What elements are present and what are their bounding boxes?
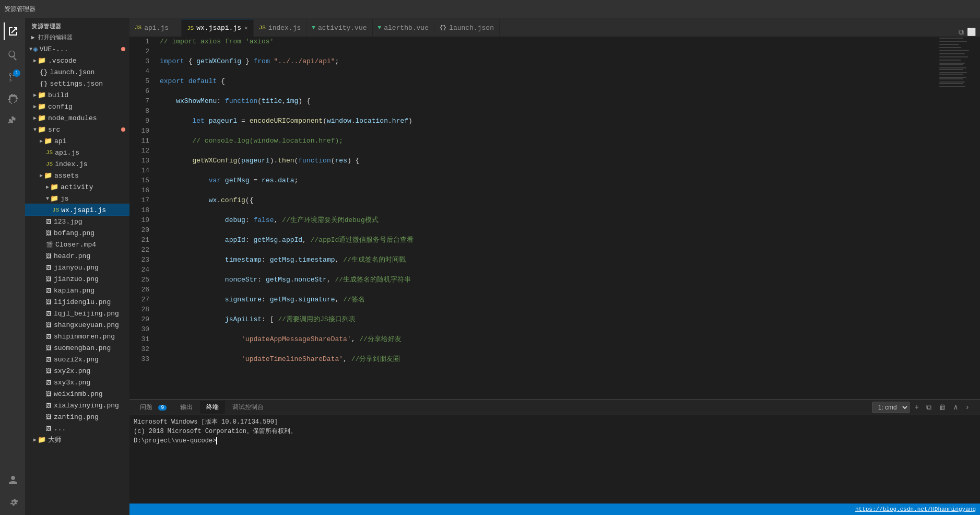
panel-tab-output[interactable]: 输出 — [174, 401, 199, 414]
files-activity-icon[interactable] — [4, 22, 21, 40]
tab-label-api-js: api.js — [144, 24, 169, 32]
sidebar-item-lqjl[interactable]: 🖼 lqjl_beijing.png — [25, 308, 129, 319]
tab-close-wx-jsapi[interactable]: ✕ — [244, 25, 248, 31]
sidebar-item-settings-json[interactable]: {} settings.json — [25, 78, 129, 89]
code-line-22 — [160, 245, 938, 255]
app-container: 资源管理器 1 — [0, 0, 980, 515]
activity-label: activity — [61, 183, 93, 191]
panel-tab-debug-console[interactable]: 调试控制台 — [226, 401, 270, 414]
sidebar-item-index-js[interactable]: JS index.js — [25, 158, 129, 170]
line-num-24: 24 — [129, 265, 149, 275]
sidebar-item-sxy2x[interactable]: 🖼 sxy2x.png — [25, 365, 129, 377]
minimap-line-27 — [939, 78, 963, 79]
sidebar-item-headr[interactable]: 🖼 headr.png — [25, 250, 129, 262]
sidebar-item-api-js[interactable]: JS api.js — [25, 147, 129, 158]
search-activity-icon[interactable] — [4, 46, 21, 64]
sidebar-item-sxy3x[interactable]: 🖼 sxy3x.png — [25, 377, 129, 388]
trash-terminal-icon[interactable]: 🗑 — [937, 402, 948, 413]
minimap-content — [938, 37, 980, 90]
chevron-up-icon[interactable]: ∧ — [951, 402, 960, 413]
line-num-11: 11 — [129, 136, 149, 146]
suozi2x-label: suozi2x.png — [54, 356, 99, 364]
sidebar-item-assets[interactable]: ▶ 📁 assets — [25, 170, 129, 181]
code-line-16 — [160, 185, 938, 195]
sidebar-item-api-folder[interactable]: ▶ 📁 api — [25, 135, 129, 147]
sidebar-item-weixinmb[interactable]: 🖼 weixinmb.png — [25, 388, 129, 400]
code-line-30 — [160, 324, 938, 334]
folder-icon-activity: 📁 — [50, 183, 58, 191]
minimap-line-29 — [939, 81, 965, 83]
img-icon-123: 🖼 — [46, 218, 52, 225]
sidebar-item-more-files[interactable]: 🖼 ... — [25, 423, 129, 434]
sidebar-item-build[interactable]: ▶ 📁 build — [25, 89, 129, 101]
add-terminal-icon[interactable]: + — [913, 402, 921, 413]
settings-json-label: settings.json — [50, 80, 103, 88]
split-terminal-icon[interactable]: ⧉ — [924, 402, 934, 413]
tab-api-js[interactable]: JS api.js — [129, 19, 182, 37]
folder-icon-config: 📁 — [38, 102, 46, 111]
sidebar-item-kapian[interactable]: 🖼 kapian.png — [25, 285, 129, 296]
debug-console-label: 调试控制台 — [232, 404, 264, 411]
sidebar-item-dashu[interactable]: ▶ 📁 大师 — [25, 434, 129, 446]
extensions-activity-icon[interactable] — [4, 112, 21, 130]
closer-label: Closer.mp4 — [55, 241, 96, 249]
account-activity-icon[interactable] — [4, 471, 21, 489]
terminal-dropdown[interactable]: 1: cmd — [872, 402, 910, 413]
xialayinying-label: xialayinying.png — [54, 402, 119, 409]
chevron-right-icon[interactable]: › — [963, 402, 972, 413]
sidebar-item-xialayinying[interactable]: 🖼 xialayinying.png — [25, 400, 129, 411]
debug-activity-icon[interactable] — [4, 90, 21, 108]
sidebar-item-bofang[interactable]: 🖼 bofang.png — [25, 227, 129, 239]
panel-tab-terminal[interactable]: 终端 — [200, 401, 225, 414]
img-icon-kapian: 🖼 — [46, 287, 52, 294]
json-icon-settings: {} — [40, 80, 48, 88]
sidebar-item-jianzuo[interactable]: 🖼 jianzuo.png — [25, 273, 129, 285]
sidebar-item-config[interactable]: ▶ 📁 config — [25, 101, 129, 112]
sidebar-item-vscode[interactable]: ▶ 📁 .vscode — [25, 55, 129, 66]
tab-wx-jsapi[interactable]: JS wx.jsapi.js ✕ — [182, 19, 254, 37]
settings-activity-icon[interactable] — [4, 493, 21, 511]
sidebar-item-jianyou[interactable]: 🖼 jianyou.png — [25, 262, 129, 273]
sidebar-item-suomengban[interactable]: 🖼 suomengban.png — [25, 342, 129, 354]
sidebar-item-wx-jsapi[interactable]: JS wx.jsapi.js — [25, 204, 129, 216]
img-icon-suozi2x: 🖼 — [46, 356, 52, 363]
sidebar-item-src[interactable]: ▼ 📁 src — [25, 124, 129, 135]
tab-icon-activity-vue: ▼ — [312, 25, 315, 31]
line-num-20: 20 — [129, 225, 149, 235]
open-editors-section[interactable]: ▶ 打开的编辑器 — [25, 32, 129, 43]
sidebar-item-suozi2x[interactable]: 🖼 suozi2x.png — [25, 354, 129, 365]
tab-index-js[interactable]: JS index.js — [254, 19, 307, 37]
split-editor-icon[interactable]: ⧉ — [959, 28, 964, 37]
code-line-12 — [160, 146, 938, 156]
code-line-25: nonceStr: getMsg.nonceStr, //生成签名的随机字符串 — [160, 275, 938, 285]
sidebar-item-shangxueyuan[interactable]: 🖼 shangxueyuan.png — [25, 319, 129, 331]
code-line-29: jsApiList: [ //需要调用的JS接口列表 — [160, 314, 938, 324]
tab-launch-json[interactable]: {} launch.json — [434, 19, 500, 37]
tab-alerthb-vue[interactable]: ▼ alerthb.vue — [373, 19, 434, 37]
sidebar-item-js-folder[interactable]: ▼ 📁 js — [25, 193, 129, 204]
sidebar-item-lijidenglu[interactable]: 🖼 lijidenglu.png — [25, 296, 129, 308]
tab-activity-vue[interactable]: ▼ activity.vue — [306, 19, 372, 37]
img-icon-more: 🖼 — [46, 425, 52, 432]
git-activity-icon[interactable]: 1 — [4, 68, 21, 86]
sidebar-item-zanting[interactable]: 🖼 zanting.png — [25, 411, 129, 423]
sidebar-item-node-modules[interactable]: ▶ 📁 node_modules — [25, 112, 129, 124]
sidebar-item-launch-json[interactable]: {} launch.json — [25, 66, 129, 78]
sidebar-item-123jpg[interactable]: 🖼 123.jpg — [25, 216, 129, 227]
modified-dot-vue — [121, 47, 125, 51]
tab-icon-alerthb-vue: ▼ — [378, 25, 382, 31]
terminal-content[interactable]: Microsoft Windows [版本 10.0.17134.590] (c… — [129, 415, 980, 504]
code-line-18 — [160, 205, 938, 215]
sidebar-item-shipinmoren[interactable]: 🖼 shipinmoren.png — [25, 331, 129, 342]
status-bar: https://blog.csdn.net/HDhanmingyang — [129, 504, 980, 515]
sidebar-item-activity[interactable]: ▶ 📁 activity — [25, 181, 129, 193]
maximize-panel-icon[interactable]: ⬜ — [967, 28, 976, 37]
activity-bar: 1 — [0, 18, 25, 515]
code-area[interactable]: // import axios from 'axios'import { get… — [156, 37, 938, 399]
panel-tab-problems[interactable]: 问题 9 — [134, 401, 173, 414]
minimap-line-24 — [939, 74, 963, 75]
sidebar-item-vue-root[interactable]: ▼ ◉ VUE-... — [25, 43, 129, 55]
status-url[interactable]: https://blog.csdn.net/HDhanmingyang — [855, 506, 976, 512]
sidebar-item-closer[interactable]: 🎬 Closer.mp4 — [25, 239, 129, 250]
folder-icon-src: 📁 — [38, 125, 46, 134]
